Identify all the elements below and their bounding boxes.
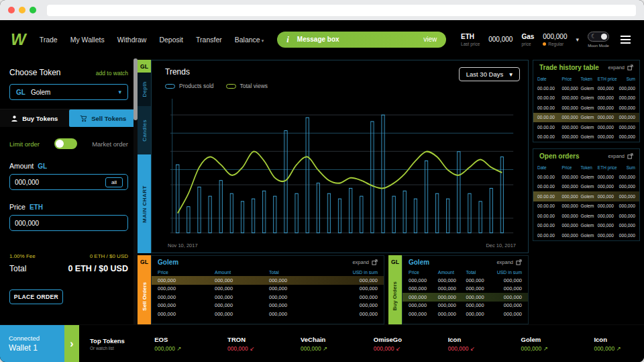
wallet-expand-arrow-button[interactable]: ›: [64, 325, 79, 362]
table-row[interactable]: 000,000000,000000,000000,000: [402, 285, 528, 293]
table-cell: Golem: [581, 214, 598, 218]
table-row[interactable]: 00.00.00000,000Golem000,000000,000: [533, 93, 639, 103]
ticker-token[interactable]: OmiseGo000,000 ↙: [374, 336, 402, 352]
buy-table-title: Golem: [409, 259, 429, 266]
chevron-down-icon: ▾: [118, 89, 121, 95]
table-row[interactable]: 00.00.00000,000Golem000,000000,000: [533, 113, 639, 123]
table-row[interactable]: 00.00.00000,000Golem000,000000,000: [533, 103, 639, 113]
nav-item-my-wallets[interactable]: My Wallets: [70, 36, 105, 44]
table-row[interactable]: 00.00.00000,000Golem000,000000,000: [533, 132, 639, 142]
gas-dropdown-chevron-icon[interactable]: ▾: [576, 36, 579, 43]
ticker-token[interactable]: VeChain000,000 ↗: [301, 336, 327, 352]
price-input[interactable]: [15, 220, 123, 227]
buy-tokens-tab[interactable]: Buy Tokens: [0, 109, 69, 127]
column-header: Total: [269, 270, 323, 275]
tab-depth[interactable]: Depth: [138, 73, 151, 106]
table-row[interactable]: 000,000000,000000,000000,000: [152, 276, 384, 285]
table-cell: Golem: [581, 203, 598, 208]
arrow-right-icon: ›: [70, 338, 73, 350]
table-cell: 000,000: [438, 285, 466, 291]
table-cell: Golem: [581, 105, 598, 110]
message-box-view-button[interactable]: view: [423, 36, 437, 43]
table-cell: 000,000: [269, 294, 323, 300]
table-row[interactable]: 00.00.00000,000Golem000,000000,000: [533, 83, 639, 93]
table-row[interactable]: 00.00.00000,000Golem000,000000,000: [533, 211, 639, 221]
window-zoom-button[interactable]: [30, 7, 36, 13]
table-cell: 000,000: [562, 233, 581, 238]
table-row[interactable]: 000,000000,000000,000000,000: [402, 302, 528, 310]
amount-all-button[interactable]: all: [105, 177, 123, 187]
column-header: Price: [158, 270, 215, 275]
token-select[interactable]: GL Golem ▾: [9, 84, 128, 100]
table-row[interactable]: 000,000000,000000,000000,000: [152, 293, 384, 302]
nav-item-withdraw[interactable]: Withdraw: [117, 36, 147, 44]
tab-main-chart[interactable]: MAIN CHART: [138, 154, 151, 253]
add-to-watch-link[interactable]: add to watch: [96, 70, 128, 77]
table-cell: 00.00.00: [537, 223, 562, 228]
ticker-token[interactable]: EOS000,000 ↗: [154, 336, 181, 352]
table-row[interactable]: 000,000000,000000,000000,000: [152, 285, 384, 293]
buy-table-expand-button[interactable]: expand: [496, 259, 522, 265]
table-cell: 000,000: [562, 223, 581, 228]
hamburger-menu-icon[interactable]: [618, 33, 633, 46]
nav-item-balance-label: Balance: [235, 36, 260, 44]
place-order-button[interactable]: PLACE ORDER: [9, 289, 63, 304]
window-minimize-button[interactable]: [19, 7, 25, 13]
connected-wallet-button[interactable]: Connected Wallet 1: [0, 325, 64, 362]
table-row[interactable]: 000,000000,000000,000000,000: [402, 293, 528, 302]
table-row[interactable]: 000,000000,000000,000000,000: [402, 276, 528, 285]
order-sidebar: Choose Token add to watch GL Golem ▾ Buy…: [0, 58, 138, 324]
eth-sublabel: Last price: [461, 42, 480, 46]
sell-tokens-tab[interactable]: Sell Tokens: [69, 109, 138, 127]
expand-icon: [627, 153, 633, 159]
table-row[interactable]: 00.00.00000,000Golem000,000000,000: [533, 221, 639, 231]
moon-mode-toggle[interactable]: ☾: [588, 32, 609, 42]
table-cell: 00.00.00: [537, 134, 562, 139]
table-cell: 000,000: [619, 233, 635, 238]
table-row[interactable]: 00.00.00000,000Golem000,000000,000: [533, 182, 639, 192]
moon-icon: ☾: [591, 33, 596, 40]
table-cell: 000,000: [494, 277, 522, 283]
nav-item-balance[interactable]: Balance▾: [235, 36, 264, 44]
legend-products-sold[interactable]: Products sold: [165, 83, 214, 89]
trade-history-panel: Trade history table expand DatePriceToke…: [533, 60, 640, 142]
right-panel: Trade history table expand DatePriceToke…: [529, 58, 644, 324]
table-cell: 000,000: [409, 294, 438, 300]
nav-item-deposit[interactable]: Deposit: [159, 36, 183, 44]
tab-candles[interactable]: Candles: [138, 106, 151, 154]
sidebar-scrollbar[interactable]: [133, 58, 138, 324]
table-row[interactable]: 000,000000,000000,000000,000: [402, 310, 528, 318]
sell-table-expand-button[interactable]: expand: [352, 259, 378, 265]
window-close-button[interactable]: [8, 7, 15, 13]
table-cell: Golem: [581, 95, 598, 100]
open-orders-expand-button[interactable]: expand: [608, 153, 633, 159]
table-row[interactable]: 00.00.00000,000Golem000,000000,000: [533, 122, 639, 132]
url-bar[interactable]: [47, 5, 636, 16]
limit-order-label[interactable]: Limit order: [9, 140, 40, 148]
table-row[interactable]: 00.00.00000,000Golem000,000000,000: [533, 191, 639, 201]
trend-down-icon: ↙: [470, 345, 475, 352]
ticker-token[interactable]: Icon000,000 ↙: [448, 336, 475, 352]
scrollbar-thumb[interactable]: [133, 58, 138, 120]
table-row[interactable]: 00.00.00000,000Golem000,000000,000: [533, 201, 639, 212]
ticker-token[interactable]: Golem000,000 ↗: [521, 336, 548, 352]
legend-total-views[interactable]: Total views: [226, 83, 268, 89]
table-cell: 000,000: [494, 294, 522, 300]
order-mode-toggle[interactable]: [54, 138, 77, 149]
table-row[interactable]: 000,000000,000000,000000,000: [152, 310, 384, 318]
table-cell: 00.00.00: [537, 175, 562, 179]
nav-item-trade[interactable]: Trade: [40, 36, 58, 44]
table-row[interactable]: 00.00.00000,000Golem000,000000,000: [533, 230, 639, 240]
table-row[interactable]: 000,000000,000000,000000,000: [152, 302, 384, 310]
ticker-token[interactable]: Icon000,000 ↗: [594, 336, 621, 352]
amount-input[interactable]: [15, 179, 105, 186]
nav-item-transfer[interactable]: Transfer: [196, 36, 222, 44]
trade-history-expand-button[interactable]: expand: [608, 64, 633, 71]
table-cell: 000,000: [215, 294, 269, 300]
market-order-label[interactable]: Market order: [92, 140, 128, 148]
table-row[interactable]: 00.00.00000,000Golem000,000000,000: [533, 172, 639, 182]
amount-label: Amount: [9, 162, 34, 170]
ticker-token[interactable]: TRON000,000 ↙: [227, 336, 254, 352]
date-range-dropdown[interactable]: Last 30 Days ▾: [459, 67, 520, 81]
message-box[interactable]: i Message box view: [277, 32, 446, 48]
